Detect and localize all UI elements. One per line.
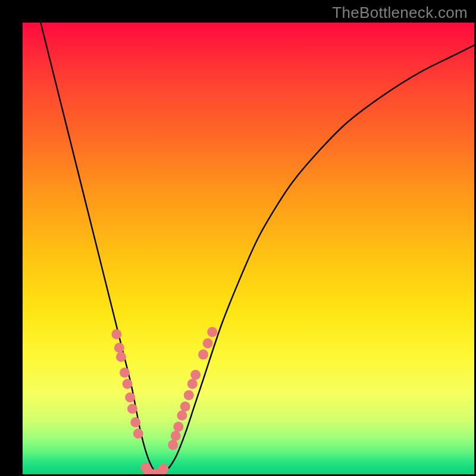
highlight-dot — [111, 329, 121, 339]
highlight-dot — [116, 352, 126, 362]
highlight-dot — [168, 440, 178, 450]
highlight-dot — [207, 327, 217, 337]
highlight-dot — [203, 338, 213, 348]
highlight-dot — [130, 417, 140, 427]
chart-stage: TheBottleneck.com — [0, 0, 476, 476]
bottleneck-curve — [40, 23, 474, 474]
highlight-dot — [171, 431, 181, 441]
highlight-dot — [184, 390, 194, 400]
highlight-dot — [125, 392, 135, 402]
highlight-dot — [190, 370, 201, 380]
highlight-dot — [198, 349, 208, 359]
highlight-dot — [187, 379, 198, 389]
highlight-dot — [123, 379, 133, 389]
curve-layer — [23, 23, 474, 474]
plot-area — [23, 23, 474, 474]
highlight-dot — [173, 422, 183, 432]
highlight-dot — [180, 402, 190, 412]
highlight-dot — [120, 368, 130, 378]
highlight-dot — [177, 411, 187, 421]
highlight-dot — [127, 403, 137, 414]
highlight-dots — [111, 327, 217, 474]
highlight-dot — [133, 428, 143, 439]
watermark-text: TheBottleneck.com — [332, 4, 468, 22]
highlight-dot — [114, 343, 124, 353]
highlight-dot — [158, 464, 168, 474]
